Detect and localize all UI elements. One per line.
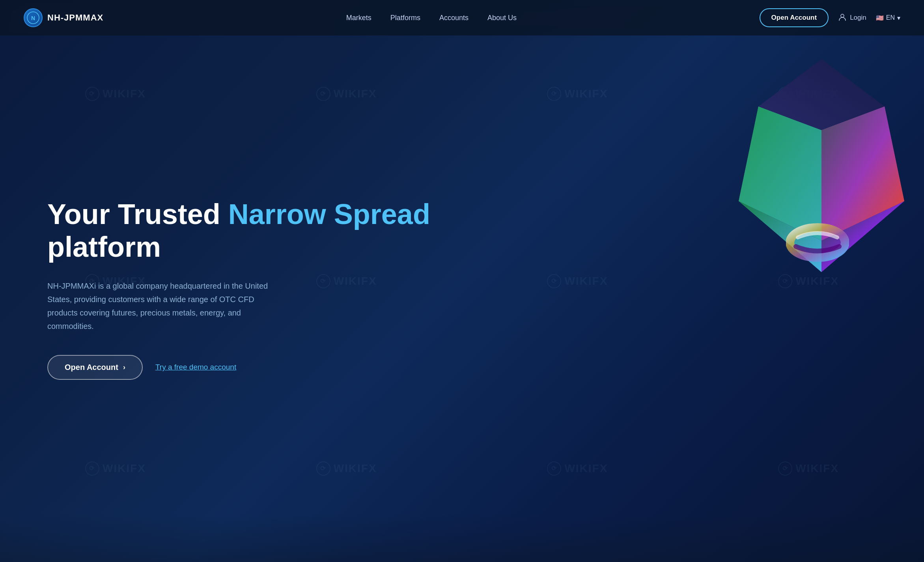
svg-point-2 [841, 14, 844, 17]
nav-link-about[interactable]: About Us [487, 14, 517, 22]
hero-title-highlight: Narrow Spread [228, 198, 430, 230]
watermark-text-9: WIKIFX [103, 462, 146, 475]
nav-link-platforms[interactable]: Platforms [390, 14, 420, 22]
nav-link-markets[interactable]: Markets [346, 14, 371, 22]
watermark-text-11: WIKIFX [564, 462, 608, 475]
user-icon [838, 13, 847, 23]
nav-links: Markets Platforms Accounts About Us [346, 14, 517, 22]
svg-marker-9 [739, 106, 821, 241]
watermark-logo-7: ⟳ [547, 274, 561, 288]
watermark-logo-9: ⟳ [85, 461, 99, 476]
watermark-logo-3: ⟳ [547, 87, 561, 101]
watermark-text-7: WIKIFX [564, 275, 608, 288]
hero-open-account-label: Open Account [65, 363, 118, 372]
svg-marker-5 [821, 106, 904, 241]
watermark-logo-2: ⟳ [316, 87, 330, 101]
hero-visual [679, 20, 924, 296]
language-label: EN [886, 14, 895, 21]
diamond-shape [707, 51, 924, 280]
hero-title: Your Trusted Narrow Spread platform [47, 198, 477, 263]
nav-item-markets[interactable]: Markets [346, 14, 371, 22]
watermark-12: ⟳ WIKIFX [693, 375, 924, 562]
watermark-8: ⟳ WIKIFX [693, 187, 924, 375]
nav-item-accounts[interactable]: Accounts [439, 14, 469, 22]
watermark-logo-4: ⟳ [778, 87, 792, 101]
hero-content: Your Trusted Narrow Spread platform NH-J… [0, 151, 508, 411]
chevron-down-icon: ▾ [897, 14, 900, 22]
nav-right: Open Account Login 🇺🇸 EN ▾ [760, 8, 900, 27]
hero-open-account-button[interactable]: Open Account › [47, 355, 143, 380]
watermark-text-3: WIKIFX [564, 88, 608, 100]
svg-marker-7 [821, 201, 904, 272]
hero-title-part2: platform [47, 231, 161, 263]
nav-item-about[interactable]: About Us [487, 14, 517, 22]
hero-title-part1: Your Trusted [47, 198, 228, 230]
login-area[interactable]: Login [838, 13, 866, 23]
svg-marker-4 [739, 106, 821, 241]
watermark-text-2: WIKIFX [334, 88, 377, 100]
demo-account-link[interactable]: Try a free demo account [155, 363, 236, 372]
watermark-logo-11: ⟳ [547, 461, 561, 476]
svg-marker-8 [821, 106, 904, 241]
navbar: N NH-JPMMAX Markets Platforms Accounts A… [0, 0, 924, 35]
svg-point-10 [790, 228, 845, 258]
flag-icon: 🇺🇸 [876, 14, 884, 22]
svg-marker-3 [758, 59, 885, 130]
login-label: Login [850, 14, 866, 22]
watermark-logo-8: ⟳ [778, 274, 792, 288]
hero-actions: Open Account › Try a free demo account [47, 355, 477, 380]
nav-item-platforms[interactable]: Platforms [390, 14, 420, 22]
watermark-text-10: WIKIFX [334, 462, 377, 475]
watermark-logo-12: ⟳ [778, 461, 792, 476]
watermark-text-1: WIKIFX [103, 88, 146, 100]
watermark-text-4: WIKIFX [795, 88, 839, 100]
arrow-icon: › [123, 363, 125, 372]
watermark-logo-10: ⟳ [316, 461, 330, 476]
hero-description: NH-JPMMAXi is a global company headquart… [47, 279, 268, 333]
watermark-text-8: WIKIFX [795, 275, 839, 288]
logo[interactable]: N NH-JPMMAX [24, 8, 103, 27]
svg-text:N: N [31, 15, 35, 21]
watermark-text-12: WIKIFX [795, 462, 839, 475]
svg-marker-6 [739, 201, 821, 272]
nav-link-accounts[interactable]: Accounts [439, 14, 469, 22]
watermark-logo-1: ⟳ [85, 87, 99, 101]
torus-shape [786, 209, 849, 272]
language-selector[interactable]: 🇺🇸 EN ▾ [876, 14, 900, 22]
logo-text: NH-JPMMAX [47, 13, 103, 23]
hero-section: ⟳ WIKIFX ⟳ WIKIFX ⟳ WIKIFX ⟳ WIKIFX ⟳ WI… [0, 0, 924, 562]
logo-icon: N [24, 8, 43, 27]
navbar-open-account-button[interactable]: Open Account [760, 8, 829, 27]
